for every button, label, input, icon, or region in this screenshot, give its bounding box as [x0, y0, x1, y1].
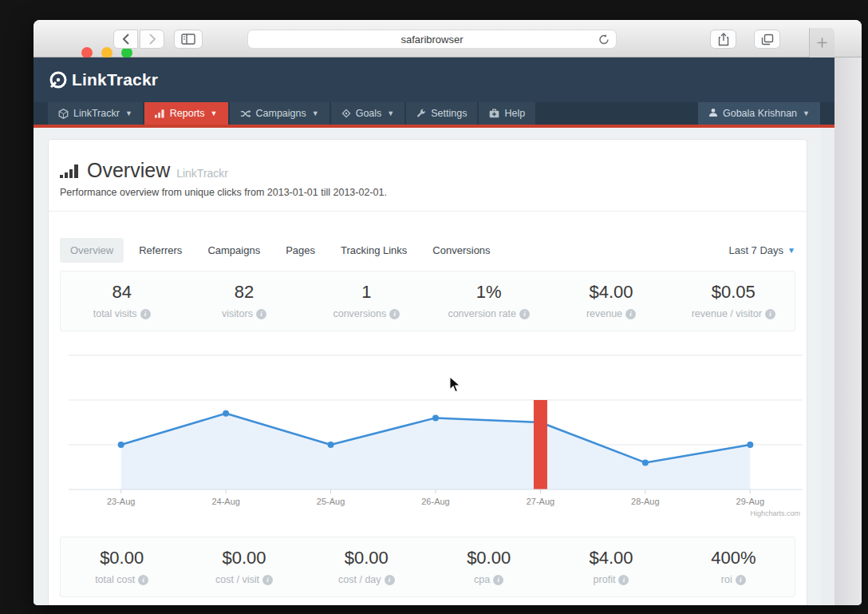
area-chart: 23-Aug24-Aug25-Aug26-Aug27-Aug28-Aug29-A…: [49, 338, 807, 523]
data-point[interactable]: [432, 414, 439, 421]
stat-cost-day: $0.00cost / dayi: [306, 548, 428, 585]
info-icon[interactable]: i: [256, 309, 266, 319]
stat-value: 1%: [428, 282, 550, 303]
nav-item-settings[interactable]: Settings: [406, 102, 477, 125]
plus-icon: [817, 38, 827, 48]
show-tabs-button[interactable]: [754, 30, 780, 49]
info-icon[interactable]: i: [262, 575, 273, 585]
info-icon[interactable]: i: [765, 309, 775, 319]
stat-total-visits: 84total visitsi: [61, 282, 183, 319]
share-button[interactable]: [710, 30, 736, 49]
page-body: Overview LinkTrackr Performance overview…: [34, 128, 834, 605]
stat-label-text: visitors: [222, 308, 253, 319]
stat-roi: 400%roii: [673, 548, 795, 585]
chevron-left-icon: [122, 34, 130, 45]
info-icon[interactable]: i: [138, 575, 148, 585]
stat-cost-visit: $0.00cost / visiti: [183, 548, 305, 585]
stat-value: 84: [61, 282, 183, 303]
nav-item-label: Settings: [431, 108, 467, 119]
medkit-icon: [489, 109, 499, 118]
data-point[interactable]: [118, 442, 124, 448]
info-icon[interactable]: i: [736, 575, 746, 585]
nav-item-help[interactable]: Help: [479, 102, 535, 125]
caret-down-icon: ▼: [125, 109, 132, 117]
nav-item-label: LinkTrackr: [73, 108, 120, 119]
tab-campaigns[interactable]: Campaigns: [197, 238, 270, 263]
stat-label-text: roi: [721, 574, 732, 585]
stat-value: $0.00: [306, 548, 428, 568]
site-header: LinkTrackr: [34, 57, 834, 102]
stat-value: 400%: [673, 548, 795, 568]
forward-button[interactable]: [140, 30, 164, 49]
tab-tracking-links[interactable]: Tracking Links: [330, 238, 417, 263]
stat-conversions: 1conversionsi: [306, 282, 428, 319]
nav-item-goals[interactable]: Goals▼: [331, 102, 405, 125]
caret-down-icon: ▼: [387, 109, 394, 117]
stat-label-text: cost / day: [338, 574, 381, 585]
close-window-button[interactable]: [81, 47, 93, 58]
report-header: Overview LinkTrackr Performance overview…: [49, 140, 807, 212]
data-point[interactable]: [747, 442, 753, 448]
scrollbar-track[interactable]: [821, 128, 834, 605]
info-icon[interactable]: i: [389, 309, 400, 319]
data-point[interactable]: [223, 410, 229, 417]
date-range-selector[interactable]: Last 7 Days ▼: [728, 244, 795, 256]
page-title: Overview: [87, 159, 170, 182]
visits-chart[interactable]: 23-Aug24-Aug25-Aug26-Aug27-Aug28-Aug29-A…: [49, 338, 807, 526]
caret-down-icon: ▼: [211, 109, 218, 117]
nav-item-reports[interactable]: Reports▼: [144, 102, 228, 125]
sidebar-icon: [181, 34, 195, 45]
report-tabs: OverviewReferrersCampaignsPagesTracking …: [49, 212, 807, 267]
data-point[interactable]: [328, 442, 334, 448]
nav-item-linktrackr[interactable]: LinkTrackr▼: [48, 102, 143, 125]
caret-down-icon: ▼: [803, 109, 810, 117]
linktrackr-logo[interactable]: LinkTrackr: [48, 69, 158, 90]
tab-referrers[interactable]: Referrers: [128, 238, 192, 263]
linktrackr-logo-icon: [48, 69, 69, 90]
stat-value: 1: [306, 282, 428, 303]
new-tab-button[interactable]: [809, 28, 834, 57]
stat-label: revenuei: [550, 308, 672, 319]
url-text: safaribrowser: [400, 34, 463, 46]
x-axis-label: 27-Aug: [527, 497, 554, 506]
stat-value: $0.05: [673, 282, 795, 303]
info-icon[interactable]: i: [140, 309, 151, 319]
stat-revenue-visitor: $0.05revenue / visitori: [673, 282, 795, 319]
info-icon[interactable]: i: [385, 575, 395, 585]
stat-label: conversion ratei: [428, 308, 550, 319]
maximize-window-button[interactable]: [121, 47, 132, 58]
highlight-column[interactable]: [534, 400, 547, 489]
data-point[interactable]: [642, 459, 649, 465]
info-icon[interactable]: i: [625, 309, 636, 319]
info-icon[interactable]: i: [519, 309, 530, 319]
user-menu[interactable]: Gobala Krishnan ▼: [698, 102, 820, 125]
nav-item-campaigns[interactable]: Campaigns▼: [230, 102, 329, 125]
sidebar-toggle-button[interactable]: [174, 30, 203, 49]
back-button[interactable]: [113, 30, 138, 49]
stat-conversion-rate: 1%conversion ratei: [428, 282, 550, 319]
stat-value: $4.00: [550, 282, 672, 303]
address-bar[interactable]: safaribrowser: [247, 30, 617, 49]
x-axis-label: 29-Aug: [736, 497, 764, 506]
info-icon[interactable]: i: [618, 575, 629, 585]
stat-label-text: conversions: [333, 308, 386, 319]
tab-overview[interactable]: Overview: [60, 238, 124, 263]
wrench-icon: [416, 109, 426, 118]
nav-item-label: Campaigns: [256, 108, 306, 119]
x-axis-label: 28-Aug: [631, 497, 659, 506]
stat-label: visitorsi: [183, 308, 305, 319]
reload-icon[interactable]: [598, 34, 610, 48]
x-axis-label: 24-Aug: [211, 497, 239, 506]
info-icon[interactable]: i: [493, 575, 503, 585]
tabs-list: OverviewReferrersCampaignsPagesTracking …: [60, 238, 506, 263]
date-range-label: Last 7 Days: [728, 244, 783, 256]
stat-label: total costi: [61, 574, 183, 585]
tab-conversions[interactable]: Conversions: [422, 238, 500, 263]
tab-pages[interactable]: Pages: [275, 238, 326, 263]
brand-name: LinkTrackr: [72, 70, 158, 89]
chart-credits[interactable]: Highcharts.com: [750, 509, 800, 517]
browser-titlebar: safaribrowser: [34, 20, 862, 57]
tabs-overview-icon: [761, 34, 774, 46]
minimize-window-button[interactable]: [101, 47, 112, 58]
caret-down-icon: ▼: [787, 246, 795, 255]
